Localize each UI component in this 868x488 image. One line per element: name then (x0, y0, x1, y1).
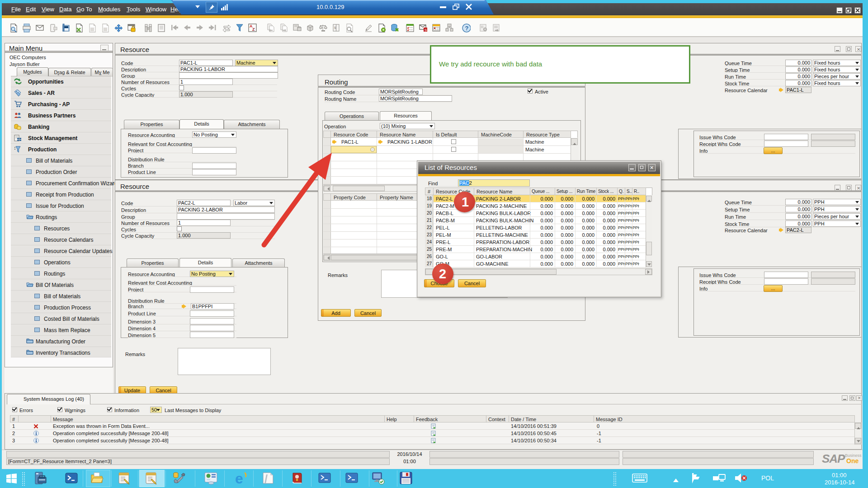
svg-text:e: e (235, 472, 243, 485)
svg-text:Z: Z (252, 27, 255, 32)
svg-text:S: S (425, 28, 427, 32)
svg-text:?: ? (465, 25, 469, 32)
svg-text:$: $ (334, 26, 336, 30)
